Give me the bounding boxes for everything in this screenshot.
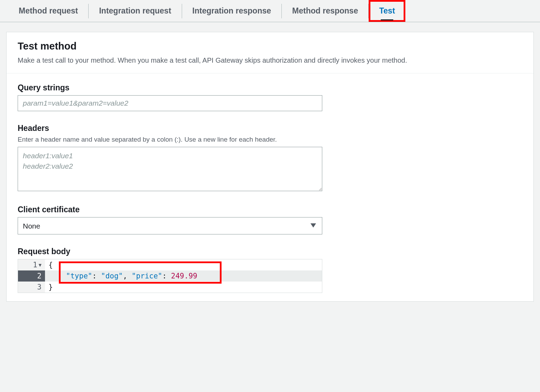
tab-test[interactable]: Test [369,0,405,22]
request-body-editor[interactable]: 1▼{2 "type": "dog", "price": 249.993} [18,259,322,293]
code-line[interactable]: 2 "type": "dog", "price": 249.99 [18,270,322,282]
request-body-label: Request body [18,247,322,256]
code-cell[interactable]: "type": "dog", "price": 249.99 [45,270,322,282]
headers-input[interactable] [18,147,322,191]
headers-hint: Enter a header name and value separated … [18,136,322,143]
query-strings-input[interactable] [18,95,322,111]
fold-caret-icon[interactable]: ▼ [39,262,42,268]
tab-integration-request[interactable]: Integration request [89,0,181,22]
tab-integration-response[interactable]: Integration response [182,0,281,22]
test-method-panel: Test method Make a test call to your met… [6,32,534,302]
gutter: 1▼ [18,259,45,270]
gutter: 3 [18,282,45,293]
headers-section: Headers Enter a header name and value se… [18,124,322,193]
page-description: Make a test call to your method. When yo… [18,55,522,65]
code-cell[interactable]: { [45,259,322,270]
tab-method-response[interactable]: Method response [282,0,368,22]
client-certificate-label: Client certificate [18,205,322,214]
page-title: Test method [18,41,522,52]
client-certificate-section: Client certificate None [18,205,322,234]
tabs-row: Method request Integration request Integ… [0,0,540,22]
gutter: 2 [18,270,45,282]
code-cell[interactable]: } [45,282,322,293]
client-certificate-select[interactable]: None [18,217,322,234]
panel-content: Query strings Headers Enter a header nam… [7,73,533,293]
headers-label: Headers [18,124,322,133]
code-line[interactable]: 1▼{ [18,259,322,270]
request-body-section: Request body 1▼{2 "type": "dog", "price"… [18,247,322,293]
query-strings-label: Query strings [18,83,322,92]
tab-method-request[interactable]: Method request [8,0,88,22]
code-line[interactable]: 3} [18,282,322,293]
query-strings-section: Query strings [18,83,322,111]
panel-header: Test method Make a test call to your met… [7,32,533,73]
